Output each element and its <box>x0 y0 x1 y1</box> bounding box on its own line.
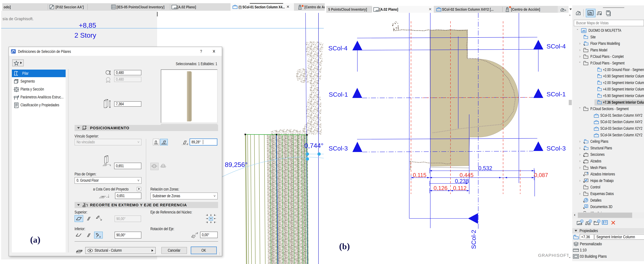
svg-text:0,445: 0,445 <box>460 172 474 178</box>
svg-text:0,126: 0,126 <box>434 185 448 191</box>
svg-text:SCol-3: SCol-3 <box>328 145 348 152</box>
svg-text:0,744°: 0,744° <box>304 142 324 149</box>
svg-text:SCol-1: SCol-1 <box>546 91 566 98</box>
svg-text:0,087: 0,087 <box>534 172 548 178</box>
svg-text:SCol-4: SCol-4 <box>546 43 566 50</box>
svg-text:89,256°: 89,256° <box>225 161 248 168</box>
svg-text:SCol-1: SCol-1 <box>329 91 348 98</box>
svg-text:0,532: 0,532 <box>478 165 492 171</box>
svg-text:α: α <box>197 232 198 234</box>
svg-text:α: α <box>187 143 188 145</box>
svg-text:α: α <box>99 235 101 238</box>
svg-text:α: α <box>100 218 102 221</box>
svg-text:SCol-4: SCol-4 <box>328 45 348 52</box>
svg-text:SCol-3: SCol-3 <box>546 145 566 152</box>
svg-text:SCol-2: SCol-2 <box>470 230 477 249</box>
svg-text:0,238: 0,238 <box>455 178 469 184</box>
svg-text:0,115: 0,115 <box>413 172 426 178</box>
svg-text:0,112: 0,112 <box>453 185 466 191</box>
